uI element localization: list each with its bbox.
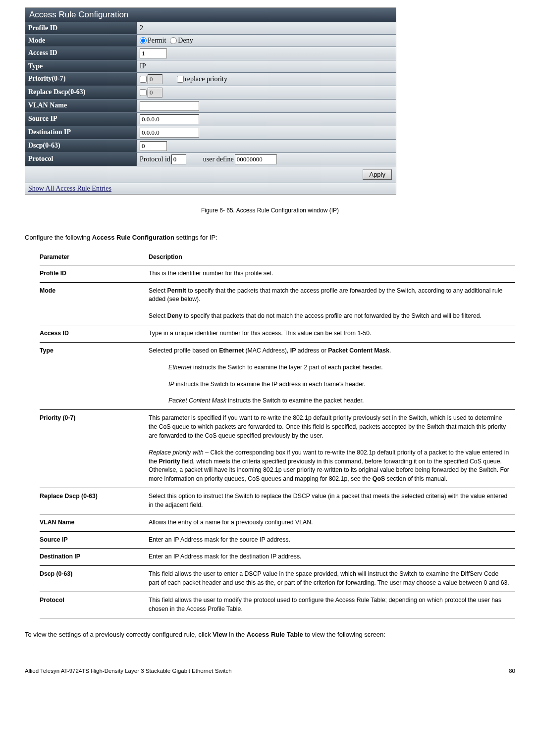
- priority-input[interactable]: [148, 74, 162, 84]
- mode-value: Permit Deny: [137, 35, 396, 47]
- replace-dscp-label: Replace Dscp(0-63): [25, 86, 137, 99]
- row-type-label: Type: [40, 342, 149, 359]
- dscp-value: [137, 140, 396, 152]
- row-src-label: Source IP: [40, 531, 149, 549]
- footer-page-number: 80: [509, 668, 515, 674]
- replace-priority-text: replace priority: [185, 75, 227, 83]
- dest-ip-input[interactable]: [140, 128, 199, 138]
- row-access-id-desc: Type in a unique identifier number for t…: [149, 325, 515, 343]
- vlan-label: VLAN Name: [25, 100, 137, 112]
- type-value: IP: [137, 60, 396, 72]
- mode-deny-radio[interactable]: [170, 37, 177, 44]
- row-vlan-desc: Allows the entry of a name for a previou…: [149, 514, 515, 531]
- source-ip-label: Source IP: [25, 113, 137, 126]
- replace-priority-cb[interactable]: [177, 76, 184, 83]
- row-priority-p1: This parameter is specified if you want …: [149, 410, 515, 445]
- dest-ip-label: Destination IP: [25, 126, 137, 139]
- user-define-input[interactable]: [235, 154, 277, 164]
- permit-text: Permit: [148, 37, 166, 45]
- priority-label: Priority(0-7): [25, 73, 137, 86]
- mode-permit-radio[interactable]: [140, 37, 147, 44]
- row-rdscp-label: Replace Dscp (0-63): [40, 488, 149, 514]
- row-mode-desc1: Select Permit to specify that the packet…: [149, 282, 515, 308]
- show-all-link[interactable]: Show All Access Rule Entries: [28, 185, 111, 192]
- row-access-id-label: Access ID: [40, 325, 149, 343]
- row-type-desc: Selected profile based on Ethernet (MAC …: [149, 342, 515, 359]
- intro-pre: Configure the following: [25, 234, 92, 241]
- outro-text: To view the settings of a previously cor…: [25, 631, 515, 638]
- access-id-label: Access ID: [25, 47, 137, 60]
- footer-left: Allied Telesyn AT-9724TS High-Density La…: [25, 668, 232, 674]
- protocol-id-text: Protocol id: [140, 155, 170, 163]
- row-dscp-desc: This field allows the user to enter a DS…: [149, 566, 515, 592]
- row-rdscp-desc: Select this option to instruct the Switc…: [149, 488, 515, 514]
- source-ip-value: [137, 113, 396, 126]
- protocol-id-input[interactable]: [171, 154, 186, 164]
- type-label: Type: [25, 60, 137, 72]
- row-profile-id-label: Profile ID: [40, 265, 149, 282]
- protocol-value: Protocol id user define: [137, 153, 396, 166]
- panel-header: Access Rule Configuration: [25, 8, 396, 22]
- mode-label: Mode: [25, 35, 137, 47]
- user-define-text: user define: [203, 155, 234, 163]
- replace-dscp-cb[interactable]: [140, 89, 147, 96]
- row-type-pc: Packet Content Mask instructs the Switch…: [149, 393, 515, 409]
- row-mode-desc2: Select Deny to specify that packets that…: [149, 308, 515, 325]
- col-parameter: Parameter: [40, 250, 149, 265]
- row-dst-desc: Enter an IP Address mask for the destina…: [149, 549, 515, 566]
- row-dst-label: Destination IP: [40, 549, 149, 566]
- intro-bold: Access Rule Configuration: [92, 234, 174, 241]
- profile-id-value: 2: [137, 22, 396, 34]
- intro-post: settings for IP:: [174, 234, 217, 241]
- vlan-value: [137, 100, 396, 112]
- dscp-input[interactable]: [140, 141, 167, 151]
- row-profile-id-desc: This is the identifier number for this p…: [149, 265, 515, 282]
- row-src-desc: Enter an IP Address mask for the source …: [149, 531, 515, 549]
- row-proto-label: Protocol: [40, 592, 149, 618]
- row-priority-p2: Replace priority with – Click the corres…: [149, 445, 515, 488]
- protocol-label: Protocol: [25, 153, 137, 166]
- priority-value: replace priority: [137, 73, 396, 86]
- replace-dscp-input[interactable]: [148, 88, 162, 98]
- row-priority-label: Priority (0-7): [40, 410, 149, 445]
- row-mode-label: Mode: [40, 282, 149, 308]
- col-description: Description: [149, 250, 515, 265]
- figure-caption: Figure 6- 65. Access Rule Configuration …: [25, 207, 515, 214]
- deny-text: Deny: [178, 37, 193, 45]
- source-ip-input[interactable]: [140, 114, 199, 124]
- page-footer: Allied Telesyn AT-9724TS High-Density La…: [25, 668, 515, 674]
- dest-ip-value: [137, 126, 396, 139]
- row-type-ip: IP instructs the Switch to examine the I…: [149, 376, 515, 393]
- replace-dscp-value: [137, 86, 396, 99]
- profile-id-label: Profile ID: [25, 22, 137, 34]
- parameter-table: Parameter Description Profile ID This is…: [40, 250, 515, 618]
- access-id-input[interactable]: [140, 49, 167, 58]
- config-panel: Access Rule Configuration Profile ID 2 M…: [25, 7, 396, 195]
- priority-cb[interactable]: [140, 76, 147, 83]
- intro-text: Configure the following Access Rule Conf…: [25, 234, 515, 241]
- access-id-value: [137, 47, 396, 60]
- row-dscp-label: Dscp (0-63): [40, 566, 149, 592]
- row-vlan-label: VLAN Name: [40, 514, 149, 531]
- vlan-input[interactable]: [140, 101, 199, 111]
- row-type-eth: Ethernet instructs the Switch to examine…: [149, 359, 515, 376]
- apply-button[interactable]: Apply: [363, 169, 392, 180]
- dscp-label: Dscp(0-63): [25, 140, 137, 152]
- row-proto-desc: This field allows the user to modify the…: [149, 592, 515, 618]
